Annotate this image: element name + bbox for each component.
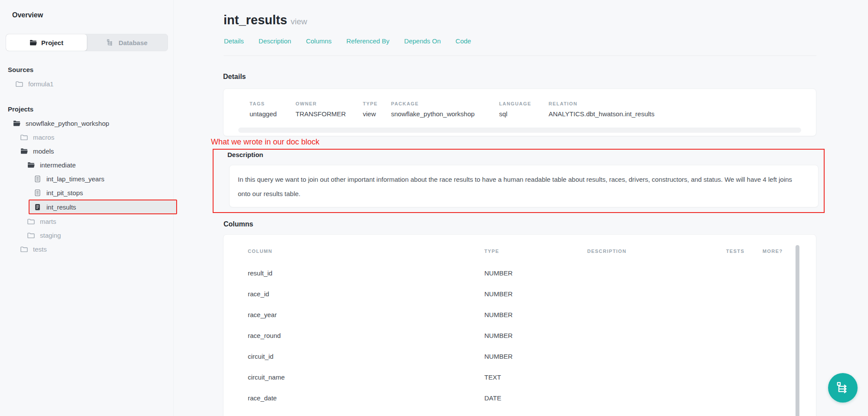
file-icon [34, 175, 41, 183]
tab-columns[interactable]: Columns [306, 37, 332, 45]
details-field-language: LANGUAGE sql [499, 101, 549, 118]
lineage-icon [836, 381, 849, 394]
folder-icon [20, 134, 28, 141]
field-label: LANGUAGE [499, 101, 549, 106]
details-field-tags: TAGS untagged [250, 101, 296, 118]
tree-item-label: snowflake_python_workshop [26, 120, 109, 127]
tab-code[interactable]: Code [456, 37, 471, 45]
sidebar-item-int-pit-stops[interactable]: int_pit_stops [0, 186, 173, 200]
table-row-race-date[interactable]: race_date DATE [248, 387, 816, 408]
details-field-owner: OWNER TRANSFORMER [296, 101, 363, 118]
sidebar-item-int-lap-times-years[interactable]: int_lap_times_years [0, 172, 173, 186]
sources-heading: Sources [8, 66, 173, 73]
description-heading: Description [227, 151, 263, 158]
field-label: RELATION [549, 101, 816, 106]
source-label: formula1 [28, 80, 53, 88]
tree-item-label: int_lap_times_years [46, 175, 104, 183]
column-name: circuit_id [248, 353, 484, 360]
column-type: NUMBER [484, 290, 587, 298]
folder-open-icon [20, 147, 28, 155]
column-name: circuit_name [248, 373, 484, 381]
header-tests: TESTS [726, 249, 763, 255]
columns-vertical-scrollbar[interactable] [796, 245, 799, 416]
project-tab-label: Project [41, 39, 63, 46]
sidebar-item-intermediate[interactable]: intermediate [0, 158, 173, 172]
table-row-race-id[interactable]: race_id NUMBER [248, 283, 816, 304]
annotation-text: What we wrote in our doc block [211, 138, 319, 147]
sidebar-item-tests[interactable]: tests [0, 242, 173, 256]
page-title: int_resultsview [224, 13, 307, 27]
database-tab-label: Database [118, 39, 148, 46]
tree-item-label: tests [33, 246, 47, 253]
tree-item-label: intermediate [40, 161, 76, 169]
table-row-race-round[interactable]: race_round NUMBER [248, 325, 816, 346]
field-label: TAGS [250, 101, 296, 106]
lineage-icon [107, 39, 114, 46]
project-tab[interactable]: Project [6, 34, 87, 51]
view-toggle: Project Database [6, 34, 168, 51]
field-value: ANALYTICS.dbt_hwatson.int_results [549, 110, 816, 118]
column-type: NUMBER [484, 332, 587, 339]
sidebar-item-snowflake-python-workshop[interactable]: snowflake_python_workshop [0, 116, 173, 130]
model-name: int_results [224, 13, 287, 27]
tab-description[interactable]: Description [259, 37, 291, 45]
sidebar-item-formula1[interactable]: formula1 [0, 77, 173, 91]
details-card: TAGS untagged OWNER TRANSFORMER TYPE vie… [223, 88, 816, 136]
column-type: TEXT [484, 373, 587, 381]
folder-icon [27, 218, 35, 225]
columns-table-body: result_id NUMBER race_id NUMBER race_yea… [248, 262, 816, 416]
table-row-race-time[interactable]: race_time TIME [248, 408, 816, 416]
folder-open-icon [13, 120, 20, 127]
column-type: DATE [484, 394, 587, 402]
table-row-race-year[interactable]: race_year NUMBER [248, 304, 816, 325]
field-label: TYPE [363, 101, 391, 106]
sidebar: Overview Project Database Sources formul… [0, 0, 174, 416]
dbt-docs-page: Overview Project Database Sources formul… [0, 0, 868, 416]
tree-item-label: macros [33, 134, 54, 141]
folder-icon [27, 232, 35, 239]
sidebar-item-int-results-selected[interactable]: int_results [29, 200, 177, 214]
folder-icon [16, 80, 23, 88]
tree-item-label: marts [40, 218, 56, 225]
overview-heading[interactable]: Overview [12, 11, 173, 19]
field-label: PACKAGE [391, 101, 499, 106]
database-tab[interactable]: Database [87, 34, 168, 51]
projects-heading: Projects [8, 105, 173, 113]
sidebar-item-staging[interactable]: staging [0, 228, 173, 242]
tab-referenced-by[interactable]: Referenced By [346, 37, 389, 45]
file-icon [34, 189, 41, 197]
details-field-type: TYPE view [363, 101, 391, 118]
field-label: OWNER [296, 101, 363, 106]
header-more: MORE? [763, 249, 816, 255]
field-value: view [363, 110, 391, 118]
column-type: NUMBER [484, 311, 587, 318]
lineage-fab-button[interactable] [828, 373, 858, 403]
tab-depends-on[interactable]: Depends On [404, 37, 441, 45]
table-row-circuit-id[interactable]: circuit_id NUMBER [248, 346, 816, 367]
details-heading: Details [223, 73, 246, 81]
sidebar-item-macros[interactable]: macros [0, 130, 173, 144]
description-card: In this query we want to join out other … [229, 165, 819, 207]
anchor-tabs: Details Description Columns Referenced B… [224, 37, 471, 45]
file-solid-icon [34, 203, 41, 211]
sidebar-item-marts[interactable]: marts [0, 214, 173, 228]
table-row-result-id[interactable]: result_id NUMBER [248, 262, 816, 283]
folder-icon [20, 246, 28, 253]
table-row-circuit-name[interactable]: circuit_name TEXT [248, 367, 816, 387]
tree-item-label: int_pit_stops [46, 189, 83, 197]
details-field-relation: RELATION ANALYTICS.dbt_hwatson.int_resul… [549, 101, 816, 118]
column-name: race_year [248, 311, 484, 318]
tree-item-label: int_results [46, 203, 76, 211]
folder-open-icon [30, 39, 37, 46]
header-column: COLUMN [248, 249, 484, 255]
details-horizontal-scrollbar[interactable] [238, 128, 801, 133]
field-value: sql [499, 110, 549, 118]
column-name: race_date [248, 394, 484, 402]
details-field-package: PACKAGE snowflake_python_workshop [391, 101, 499, 118]
field-value: untagged [250, 110, 296, 118]
header-type: TYPE [484, 249, 587, 255]
sidebar-item-models[interactable]: models [0, 144, 173, 158]
field-value: TRANSFORMER [296, 110, 363, 118]
tab-details[interactable]: Details [224, 37, 244, 45]
column-type: NUMBER [484, 269, 587, 277]
